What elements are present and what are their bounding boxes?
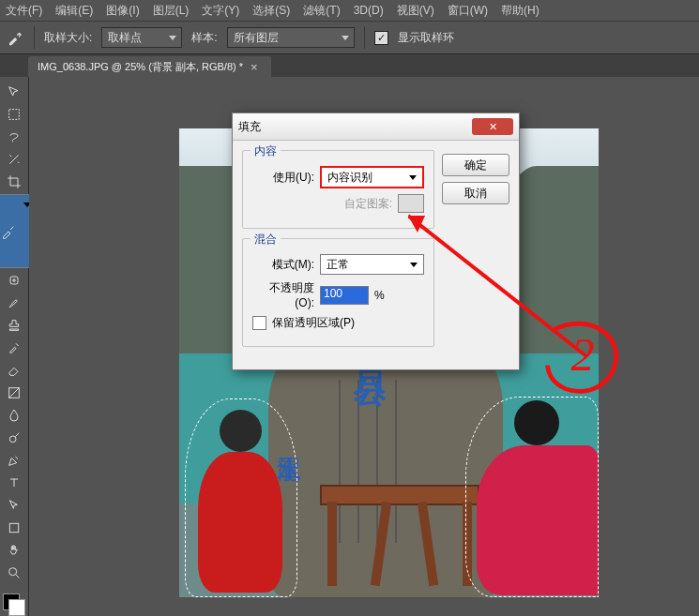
content-group-label: 内容 [251,143,281,159]
opacity-label: 不透明度(O): [252,280,314,309]
menu-view[interactable]: 视图(V) [397,3,434,19]
shape-tool-icon[interactable] [3,518,25,538]
close-icon[interactable]: × [251,60,258,74]
use-dropdown[interactable]: 内容识别 [320,166,424,188]
pen-tool-icon[interactable] [3,450,25,471]
dialog-close-button[interactable]: ✕ [472,118,513,135]
svg-point-3 [9,436,16,443]
sample-label: 样本: [191,30,217,46]
menu-type[interactable]: 文字(Y) [202,3,239,19]
blur-tool-icon[interactable] [3,405,25,426]
menu-help[interactable]: 帮助(H) [501,3,539,19]
opacity-unit: % [374,289,385,302]
mode-dropdown[interactable]: 正常 [320,254,424,275]
brush-tool-icon[interactable] [3,293,25,313]
custom-pattern-swatch [398,194,424,213]
lasso-tool-icon[interactable] [3,127,25,147]
svg-rect-4 [9,523,18,532]
crop-tool-icon[interactable] [3,172,25,192]
options-bar: 取样大小: 取样点 样本: 所有图层 ✓ 显示取样环 [0,22,699,54]
history-brush-icon[interactable] [3,338,25,358]
sample-size-label: 取样大小: [44,30,92,46]
preserve-transparency-label: 保留透明区域(P) [272,315,355,331]
menu-window[interactable]: 窗口(W) [448,3,488,19]
type-tool-icon[interactable] [3,473,25,493]
wand-tool-icon[interactable] [3,149,25,170]
selection-marquee [185,398,297,597]
zoom-tool-icon[interactable] [3,563,25,583]
document-tab-bar: IMG_0638.JPG @ 25% (背景 副本, RGB/8) * × [0,54,699,78]
document-tab[interactable]: IMG_0638.JPG @ 25% (背景 副本, RGB/8) * × [28,56,271,77]
menu-3d[interactable]: 3D(D) [354,4,384,17]
menu-image[interactable]: 图像(I) [106,3,139,19]
fill-dialog: 填充 ✕ 内容 使用(U): 内容识别 自定图案: 混合 模式(M): 正常 [232,113,520,370]
hand-tool-icon[interactable] [3,540,25,561]
menu-layer[interactable]: 图层(L) [153,3,190,19]
menu-bar: 文件(F) 编辑(E) 图像(I) 图层(L) 文字(Y) 选择(S) 滤镜(T… [0,0,699,22]
wooden-table [320,485,479,588]
selection-marquee [465,397,599,597]
move-tool-icon[interactable] [3,82,25,102]
dialog-titlebar[interactable]: 填充 ✕ [233,113,519,141]
menu-edit[interactable]: 编辑(E) [55,3,93,19]
dodge-tool-icon[interactable] [3,428,25,448]
sample-dropdown[interactable]: 所有图层 [227,27,355,48]
cancel-button[interactable]: 取消 [442,182,509,204]
document-tab-title: IMG_0638.JPG @ 25% (背景 副本, RGB/8) * [38,60,243,74]
menu-select[interactable]: 选择(S) [252,3,290,19]
blend-group-label: 混合 [251,232,281,248]
heal-tool-icon[interactable] [3,270,25,291]
stamp-tool-icon[interactable] [3,315,25,336]
menu-file[interactable]: 文件(F) [6,3,42,19]
toolbox [0,77,29,616]
svg-rect-0 [9,110,20,120]
marquee-tool-icon[interactable] [3,104,25,125]
path-select-icon[interactable] [3,495,25,516]
sample-size-dropdown[interactable]: 取样点 [101,27,182,48]
menu-filter[interactable]: 滤镜(T) [303,3,340,19]
opacity-input[interactable]: 100 [320,286,369,305]
content-group: 内容 使用(U): 内容识别 自定图案: [242,150,434,229]
show-ring-label: 显示取样环 [398,30,454,46]
use-label: 使用(U): [252,170,314,186]
custom-pattern-label: 自定图案: [344,196,392,212]
color-swatches[interactable] [3,593,25,616]
eyedropper-icon[interactable] [6,28,24,47]
ok-button[interactable]: 确定 [442,154,509,176]
blend-group: 混合 模式(M): 正常 不透明度(O): 100 % 保留透明区域(P) [242,238,434,347]
mode-label: 模式(M): [252,257,314,273]
svg-point-5 [9,568,17,576]
gradient-tool-icon[interactable] [3,383,25,403]
dialog-title: 填充 [238,119,472,135]
eraser-tool-icon[interactable] [3,360,25,381]
show-ring-checkbox[interactable]: ✓ [374,31,388,45]
preserve-transparency-checkbox[interactable] [252,316,266,330]
